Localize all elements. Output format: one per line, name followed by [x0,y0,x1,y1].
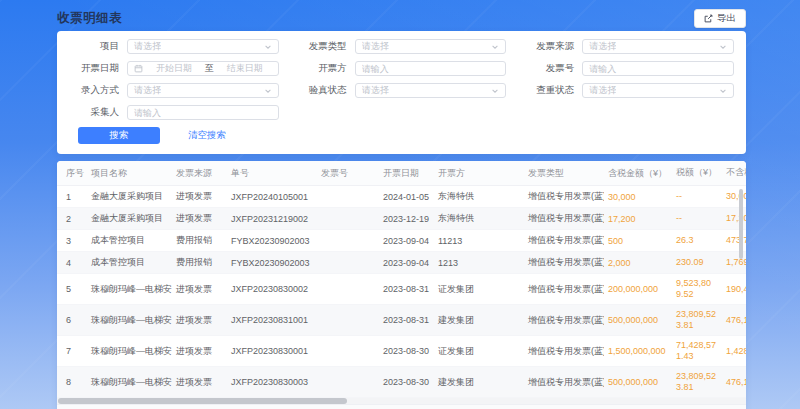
start-date-placeholder: 开始日期 [147,62,201,75]
vertical-scrollbar-thumb[interactable] [739,189,743,259]
table-cell: 进项发票 [172,208,227,229]
column-header: 项目名称 [87,161,172,185]
table-cell [317,237,379,245]
collector-input[interactable] [134,108,272,118]
table-cell: 200,000,000 [604,280,672,298]
export-icon [704,14,713,23]
table-cell: 8 [57,373,87,391]
table-cell: 190,476,190.48 [722,280,746,299]
calendar-icon [134,64,143,73]
table-cell: 30,000 [604,188,672,206]
project-select[interactable]: 请选择 [127,39,279,54]
filter-verify-status: 验真状态 请选择 [295,83,507,98]
table-cell: 增值税专用发票(蓝) [524,310,604,331]
column-header: 发票号 [317,161,379,185]
invoice-type-select[interactable]: 请选择 [355,39,507,54]
table-cell: JXFP20230831001 [227,311,317,329]
table-cell: 476,190,476.19 [722,311,746,330]
project-label: 项目 [67,40,119,53]
collector-field-wrap [127,105,279,120]
table-row: 1金融大厦采购项目进项发票JXFP202401050012024-01-05东海… [57,186,746,208]
table-cell: 费用报销 [172,252,227,273]
top-bar: 收票明细表 导出 [57,8,746,28]
column-header: 单号 [227,161,317,185]
issuer-field-wrap [355,61,507,76]
table-cell: 建发集团 [434,372,524,393]
invoice-number-input[interactable] [589,64,727,74]
chevron-down-icon [264,87,272,95]
table-cell: 2023-08-31 [379,280,434,298]
table-cell: 证发集团 [434,341,524,362]
table-cell: 东海特供 [434,208,524,229]
invoice-source-select[interactable]: 请选择 [582,39,734,54]
table-cell: 3 [57,232,87,250]
duplicate-status-select[interactable]: 请选择 [582,83,734,98]
column-header: 开票方 [434,161,524,185]
invoice-source-select-placeholder: 请选择 [589,40,616,53]
project-select-placeholder: 请选择 [134,40,161,53]
verify-status-select-placeholder: 请选择 [362,84,389,97]
filter-invoice-type: 发票类型 请选择 [295,39,507,54]
table-cell: JXFP20230830003 [227,373,317,391]
column-header: 开票日期 [379,161,434,185]
clear-search-button[interactable]: 清空搜索 [188,129,226,142]
table-row: 6珠穆朗玛峰—电梯安装进项发票JXFP202308310012023-08-31… [57,305,746,336]
table-cell: 证发集团 [434,279,524,300]
verify-status-select[interactable]: 请选择 [355,83,507,98]
chevron-down-icon [491,43,499,51]
table-cell [317,259,379,267]
filter-invoice-date: 开票日期 开始日期 至 结束日期 [67,61,279,76]
table-cell: 23,809,523.81 [672,305,722,335]
table-cell: 增值税专用发票(蓝) [524,230,604,251]
table-cell: 2023-09-04 [379,254,434,272]
table-cell: 500 [604,232,672,250]
chevron-down-icon [491,87,499,95]
export-button[interactable]: 导出 [694,9,746,28]
chevron-down-icon [719,87,727,95]
duplicate-status-select-placeholder: 请选择 [589,84,616,97]
horizontal-scrollbar-thumb[interactable] [58,398,347,404]
table-cell: 费用报销 [172,230,227,251]
table-cell: 1,500,000,000 [604,342,672,360]
table-cell: 11213 [434,232,524,250]
table-cell [317,316,379,324]
duplicate-status-label: 查重状态 [522,84,574,97]
table-cell: 东海特供 [434,186,524,207]
table-cell [317,378,379,386]
invoice-type-select-placeholder: 请选择 [362,40,389,53]
table-cell: 增值税专用发票(蓝) [524,279,604,300]
table-cell: 增值税专用发票(蓝) [524,186,604,207]
table-row: 8珠穆朗玛峰—电梯安装进项发票JXFP202308300032023-08-30… [57,367,746,398]
table-cell: 2023-08-31 [379,311,434,329]
table-cell: 1 [57,188,87,206]
horizontal-scrollbar[interactable] [57,398,746,404]
issuer-input[interactable] [362,64,500,74]
filter-duplicate-status: 查重状态 请选择 [522,83,734,98]
table-cell: 1213 [434,254,524,272]
filter-issuer: 开票方 [295,61,507,76]
search-button[interactable]: 搜索 [78,127,160,144]
filter-entry-method: 录入方式 请选择 [67,83,279,98]
page-title: 收票明细表 [57,10,122,27]
table-cell: 增值税专用发票(蓝) [524,252,604,273]
summary-row: 合计 含税总额(¥)：3,032,699,097.89 不含税总额(¥)：2,8… [57,404,746,409]
date-range-separator: 至 [201,62,218,75]
table-row: 2金融大厦采购项目进项发票JXFP202312190022023-12-19东海… [57,208,746,230]
table-cell: JXFP20231219002 [227,210,317,228]
table-cell: 9,523,809.52 [672,274,722,304]
table-cell: 珠穆朗玛峰—电梯安装 [87,279,172,300]
table-cell: JXFP20240105001 [227,188,317,206]
invoice-number-field-wrap [582,61,734,76]
table-cell: FYBX20230902003 [227,254,317,272]
invoice-date-range[interactable]: 开始日期 至 结束日期 [127,61,279,76]
table-cell [317,285,379,293]
table-body: 1金融大厦采购项目进项发票JXFP202401050012024-01-05东海… [57,186,746,398]
entry-method-select[interactable]: 请选择 [127,83,279,98]
invoice-table-card: 序号项目名称发票来源单号发票号开票日期开票方发票类型含税金额（¥）税额（¥）不含… [57,161,746,409]
chevron-down-icon [719,43,727,51]
table-cell: -- [672,209,722,228]
invoice-number-label: 发票号 [522,62,574,75]
table-cell: 1,428,571,428.57 [722,342,746,361]
table-cell: 进项发票 [172,186,227,207]
table-cell: 17,200 [604,210,672,228]
